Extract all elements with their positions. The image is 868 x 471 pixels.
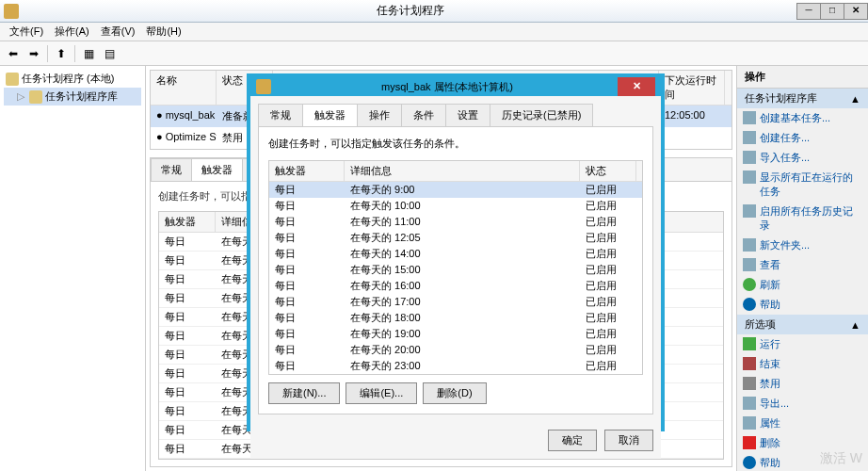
window-title: 任务计划程序 (23, 3, 797, 19)
up-button[interactable]: ⬆ (52, 44, 71, 63)
action-item[interactable]: 导出... (737, 394, 868, 414)
dialog-tab[interactable]: 常规 (258, 104, 303, 127)
maximize-button[interactable]: □ (820, 3, 844, 20)
properties-dialog: mysql_bak 属性(本地计算机) ✕ 常规触发器操作条件设置历史记录(已禁… (247, 73, 665, 431)
dialog-trigger-row[interactable]: 每日在每天的 23:00已启用 (269, 358, 642, 374)
action-item[interactable]: 运行 (737, 334, 868, 354)
panel-tab[interactable]: 常规 (151, 158, 192, 181)
action-item[interactable]: 创建基本任务... (737, 108, 868, 128)
dialog-tab[interactable]: 条件 (401, 104, 446, 127)
dialog-trigger-row[interactable]: 每日在每天的 11:00已启用 (269, 214, 642, 230)
menubar: 文件(F) 操作(A) 查看(V) 帮助(H) (0, 23, 868, 41)
dialog-trigger-row[interactable]: 每日在每天的 9:00已启用 (269, 182, 642, 198)
dialog-trigger-row[interactable]: 每日在每天的 10:00已启用 (269, 198, 642, 214)
forward-button[interactable]: ➡ (24, 44, 43, 63)
col-name[interactable]: 名称 (151, 71, 217, 105)
dialog-trigger-row[interactable]: 每日在每天的 17:00已启用 (269, 294, 642, 310)
panel-tab[interactable]: 触发器 (191, 158, 243, 181)
dialog-title: mysql_bak 属性(本地计算机) (277, 80, 618, 94)
action-item[interactable]: 结束 (737, 354, 868, 374)
trigger-table: 触发器 详细信息 状态 每日在每天的 9:00已启用每日在每天的 10:00已启… (268, 160, 643, 375)
action-item[interactable]: 显示所有正在运行的任务 (737, 168, 868, 202)
action-item[interactable]: 刷新 (737, 275, 868, 295)
titlebar: 任务计划程序 ─ □ ✕ (0, 0, 868, 23)
tree-library[interactable]: ▷ 任务计划程序库 (4, 88, 141, 106)
folder-icon (29, 90, 42, 104)
action-item[interactable]: 导入任务... (737, 148, 868, 168)
action-item[interactable]: 禁用 (737, 374, 868, 394)
dialog-tab[interactable]: 触发器 (302, 104, 358, 127)
tree-root[interactable]: 任务计划程序 (本地) (4, 70, 141, 88)
action-group-library[interactable]: 任务计划程序库▲ (737, 89, 868, 108)
toolbar-btn-1[interactable]: ▦ (79, 44, 98, 63)
toolbar-btn-2[interactable]: ▤ (100, 44, 119, 63)
delete-trigger-button[interactable]: 删除(D) (423, 382, 486, 404)
new-trigger-button[interactable]: 新建(N)... (268, 382, 340, 404)
dialog-trigger-row[interactable]: 每日在每天的 18:00已启用 (269, 310, 642, 326)
dialog-trigger-row[interactable]: 每日在每天的 15:00已启用 (269, 262, 642, 278)
action-item[interactable]: 属性 (737, 414, 868, 433)
toolbar: ⬅ ➡ ⬆ ▦ ▤ (0, 41, 868, 66)
scheduler-icon (6, 73, 19, 86)
col-next[interactable]: 下次运行时间 (659, 71, 725, 105)
action-header: 操作 (737, 66, 868, 89)
watermark: 激活 W (820, 450, 862, 467)
dialog-icon (256, 79, 271, 94)
dialog-trigger-row[interactable]: 每日在每天的 14:00已启用 (269, 246, 642, 262)
tree-pane: 任务计划程序 (本地) ▷ 任务计划程序库 (0, 66, 146, 471)
ok-button[interactable]: 确定 (548, 430, 597, 451)
action-item[interactable]: 创建任务... (737, 128, 868, 148)
expand-icon[interactable]: ▷ (17, 90, 26, 103)
close-button[interactable]: ✕ (844, 3, 868, 20)
action-group-selected[interactable]: 所选项▲ (737, 315, 868, 334)
menu-file[interactable]: 文件(F) (4, 23, 49, 41)
dialog-trigger-row[interactable]: 每日在每天的 20:00已启用 (269, 342, 642, 358)
action-pane: 操作 任务计划程序库▲ 创建基本任务...创建任务...导入任务...显示所有正… (736, 66, 868, 471)
dialog-tab[interactable]: 操作 (357, 104, 402, 127)
menu-view[interactable]: 查看(V) (95, 23, 141, 41)
dialog-trigger-row[interactable]: 每日在每天的 12:05已启用 (269, 230, 642, 246)
minimize-button[interactable]: ─ (796, 3, 821, 20)
dialog-trigger-row[interactable]: 每日在每天的 16:00已启用 (269, 278, 642, 294)
dialog-tab[interactable]: 历史记录(已禁用) (490, 104, 593, 127)
menu-action[interactable]: 操作(A) (49, 23, 95, 41)
action-item[interactable]: 帮助 (737, 295, 868, 315)
back-button[interactable]: ⬅ (4, 44, 23, 63)
dialog-trigger-row[interactable]: 每日在每天的 19:00已启用 (269, 326, 642, 342)
cancel-button[interactable]: 取消 (604, 430, 653, 451)
action-item[interactable]: 启用所有任务历史记录 (737, 202, 868, 236)
dialog-desc: 创建任务时，可以指定触发该任务的条件。 (268, 137, 643, 151)
app-icon (4, 4, 19, 19)
dialog-tab[interactable]: 设置 (445, 104, 490, 127)
action-item[interactable]: 查看 (737, 255, 868, 275)
menu-help[interactable]: 帮助(H) (140, 23, 186, 41)
dialog-close-button[interactable]: ✕ (618, 77, 655, 96)
action-item[interactable]: 新文件夹... (737, 236, 868, 255)
edit-trigger-button[interactable]: 编辑(E)... (346, 382, 417, 404)
